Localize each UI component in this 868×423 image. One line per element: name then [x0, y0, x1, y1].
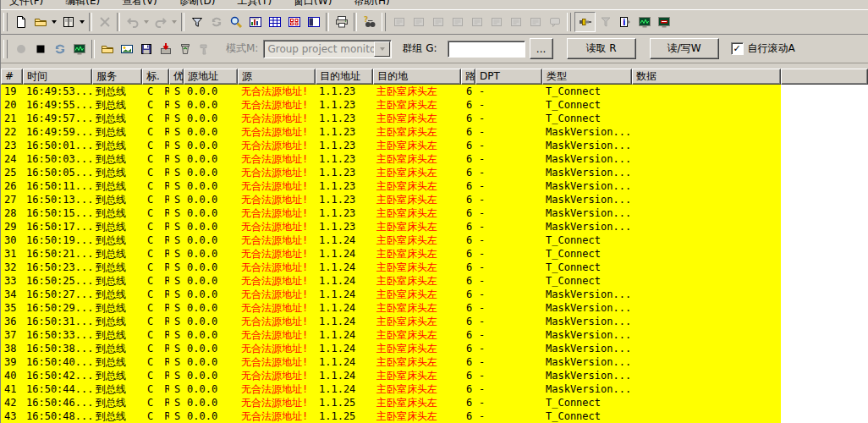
- new-document-button[interactable]: [11, 13, 30, 31]
- column-header-1[interactable]: #: [1, 69, 23, 85]
- telegram-tool-button-3: [428, 13, 448, 31]
- browse-button[interactable]: ...: [530, 38, 553, 59]
- column-header-7[interactable]: 源: [238, 69, 316, 85]
- filter-button[interactable]: [187, 13, 206, 31]
- cell-c-src: 无合法源地址!: [238, 98, 316, 112]
- table-row[interactable]: 2916:50:17...到总线C RS0.0.0无合法源地址!1.1.23主卧…: [1, 220, 781, 233]
- column-header-13[interactable]: 数据: [632, 69, 781, 85]
- cell-c-dstaddr: 1.1.23: [316, 85, 373, 98]
- column-header-10[interactable]: 路: [461, 69, 475, 85]
- table-row[interactable]: 2216:49:59...到总线C RS0.0.0无合法源地址!1.1.23主卧…: [1, 125, 781, 139]
- column-header-2[interactable]: 时间: [23, 69, 92, 85]
- find-button[interactable]: [226, 13, 245, 31]
- cell-c-type: MaskVersion...: [542, 193, 632, 206]
- bus-monitor-window: 文件(F)编辑(E)查看(V)诊断(D)工具(T)窗口(W)帮助(H) ?i 模…: [0, 0, 868, 423]
- table-row[interactable]: 3816:50:38...到总线C RS0.0.0无合法源地址!1.1.24主卧…: [1, 342, 781, 355]
- toolbar-grip[interactable]: [3, 13, 8, 31]
- toolbar-grip[interactable]: [382, 13, 386, 31]
- info-button[interactable]: i: [615, 13, 635, 31]
- cell-c-srcaddr: 0.0.0: [184, 166, 238, 179]
- cell-c-type: T_Connect: [542, 396, 632, 409]
- table-row[interactable]: 2316:50:01...到总线C RS0.0.0无合法源地址!1.1.23主卧…: [1, 139, 781, 152]
- column-header-8[interactable]: 目的地址: [316, 69, 373, 85]
- table-row[interactable]: 1916:49:53...到总线C RS0.0.0无合法源地址!1.1.23主卧…: [1, 85, 781, 98]
- cell-c-dstaddr: 1.1.24: [316, 315, 373, 328]
- cell-c-dst: 主卧室床头左: [373, 315, 461, 328]
- toolbar-grip[interactable]: [567, 13, 571, 31]
- table-row[interactable]: 2416:50:03...到总线C RS0.0.0无合法源地址!1.1.23主卧…: [1, 152, 781, 166]
- cell-c-dstaddr: 1.1.25: [316, 409, 373, 423]
- connect-button[interactable]: [574, 12, 596, 32]
- stop-button[interactable]: [30, 40, 50, 58]
- open-button-dropdown-arrow-icon[interactable]: [50, 13, 58, 31]
- table-row[interactable]: 2716:50:13...到总线C RS0.0.0无合法源地址!1.1.23主卧…: [1, 193, 781, 206]
- group-address-input[interactable]: [448, 41, 525, 58]
- table-row[interactable]: 2616:50:11...到总线C RS0.0.0无合法源地址!1.1.23主卧…: [1, 179, 781, 193]
- monitor-button-2[interactable]: [654, 13, 673, 31]
- open-panel-button[interactable]: [69, 40, 89, 58]
- autoscroll-checkbox[interactable]: ✓: [731, 42, 744, 55]
- table-row[interactable]: 4116:50:44...到总线C RS0.0.0无合法源地址!1.1.24主卧…: [1, 382, 781, 396]
- table-row[interactable]: 3716:50:33...到总线C RS0.0.0无合法源地址!1.1.24主卧…: [1, 328, 781, 342]
- menu-item-2[interactable]: 编辑(E): [65, 0, 100, 7]
- column-header-9[interactable]: 目的地: [373, 69, 461, 85]
- menu-item-7[interactable]: 帮助(H): [354, 0, 389, 7]
- cell-c-dst: 主卧室床头左: [373, 112, 461, 125]
- cell-c-type: MaskVersion...: [542, 369, 632, 382]
- cell-c-route: 6: [461, 166, 475, 179]
- mode-dropdown-arrow-icon[interactable]: [374, 41, 390, 57]
- table-row[interactable]: 3316:50:25...到总线C RS0.0.0无合法源地址!1.1.24主卧…: [1, 274, 781, 288]
- open-button[interactable]: [30, 13, 50, 31]
- split-view-button[interactable]: [304, 13, 323, 31]
- table-view-button[interactable]: [265, 13, 284, 31]
- cell-c-type: MaskVersion...: [542, 301, 632, 315]
- print-button[interactable]: [332, 13, 351, 31]
- menu-item-4[interactable]: 诊断(D): [179, 0, 216, 7]
- help-search-button[interactable]: ?: [360, 13, 379, 31]
- column-header-5[interactable]: 优: [169, 69, 184, 85]
- table-row[interactable]: 4016:50:42...到总线C RS0.0.0无合法源地址!1.1.24主卧…: [1, 369, 781, 382]
- monitor-button-1[interactable]: [635, 13, 654, 31]
- table-row[interactable]: 2116:49:57...到总线C RS0.0.0无合法源地址!1.1.23主卧…: [1, 112, 781, 125]
- floppy-icon: [140, 42, 153, 56]
- group-view-button[interactable]: [284, 13, 304, 31]
- menu-item-1[interactable]: 文件(F): [9, 0, 43, 7]
- column-header-3[interactable]: 服务: [92, 69, 142, 85]
- menu-item-3[interactable]: 查看(V): [122, 0, 157, 7]
- trash-button[interactable]: [175, 40, 195, 58]
- address-book-button-dropdown-arrow-icon[interactable]: [78, 13, 86, 31]
- table-row[interactable]: 4316:50:48...到总线C RS0.0.0无合法源地址!1.1.25主卧…: [1, 409, 781, 423]
- open-file-button[interactable]: [97, 40, 117, 58]
- table-row[interactable]: 3216:50:23...到总线C RS0.0.0无合法源地址!1.1.24主卧…: [1, 261, 781, 274]
- table-row[interactable]: 3616:50:31...到总线C RS0.0.0无合法源地址!1.1.24主卧…: [1, 315, 781, 328]
- toolbar-grip[interactable]: [3, 40, 8, 58]
- menu-item-5[interactable]: 工具(T): [237, 0, 272, 7]
- table-row[interactable]: 3416:50:27...到总线C RS0.0.0无合法源地址!1.1.24主卧…: [1, 288, 781, 301]
- menu-item-6[interactable]: 窗口(W): [294, 0, 332, 7]
- cell-c-dpt: -: [475, 112, 542, 125]
- image-export-button[interactable]: [117, 40, 136, 58]
- table-row[interactable]: 3516:50:29...到总线C RS0.0.0无合法源地址!1.1.24主卧…: [1, 301, 781, 315]
- table-row[interactable]: 3916:50:40...到总线C RS0.0.0无合法源地址!1.1.24主卧…: [1, 355, 781, 369]
- read-write-button[interactable]: 读/写W: [650, 38, 719, 59]
- column-header-11[interactable]: DPT: [475, 69, 542, 85]
- cell-c-prio: S: [169, 382, 184, 396]
- read-button[interactable]: 读取 R: [567, 38, 636, 59]
- column-header-4[interactable]: 标.: [142, 69, 169, 85]
- address-book-button[interactable]: [58, 13, 78, 31]
- clear-refresh-button[interactable]: [50, 40, 69, 58]
- table-row[interactable]: 2516:50:05...到总线C RS0.0.0无合法源地址!1.1.23主卧…: [1, 166, 781, 179]
- column-header-12[interactable]: 类型: [542, 69, 632, 85]
- dump-button[interactable]: [156, 40, 175, 58]
- save-button[interactable]: [136, 40, 156, 58]
- cell-c-num: 30: [1, 233, 23, 247]
- toolbar-separator: [91, 40, 95, 58]
- chart-view-button[interactable]: [245, 13, 265, 31]
- column-header-6[interactable]: 源地址: [184, 69, 238, 85]
- table-row[interactable]: 2016:49:55...到总线C RS0.0.0无合法源地址!1.1.23主卧…: [1, 98, 781, 112]
- table-row[interactable]: 3016:50:19...到总线C RS0.0.0无合法源地址!1.1.24主卧…: [1, 233, 781, 247]
- mode-combobox[interactable]: Group project monito: [263, 40, 392, 58]
- table-row[interactable]: 3116:50:21...到总线C RS0.0.0无合法源地址!1.1.24主卧…: [1, 247, 781, 261]
- table-row[interactable]: 2816:50:15...到总线C RS0.0.0无合法源地址!1.1.23主卧…: [1, 206, 781, 220]
- table-row[interactable]: 4216:50:46...到总线C RS0.0.0无合法源地址!1.1.25主卧…: [1, 396, 781, 409]
